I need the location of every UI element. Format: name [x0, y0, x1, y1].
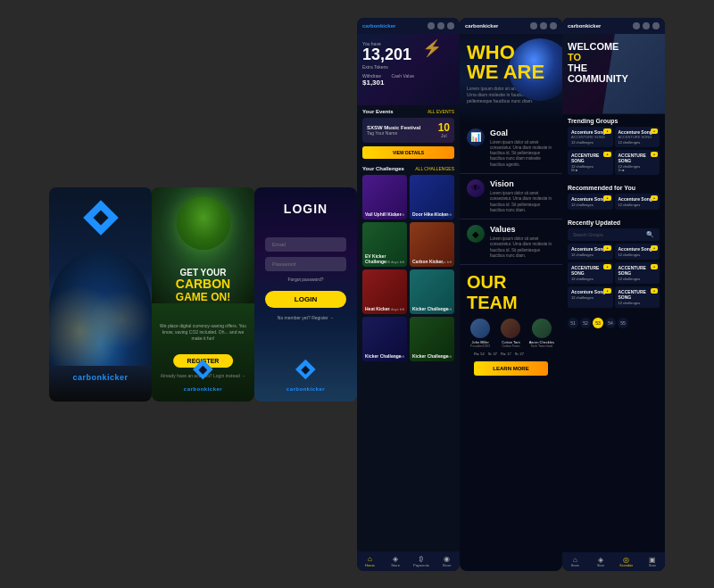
comm-brand-carbon: carbon: [568, 23, 585, 29]
all-challenges-link[interactable]: ALL CHALLENGES: [415, 166, 454, 171]
nav-scan[interactable]: ◉ Store: [434, 555, 460, 567]
updated-card-3[interactable]: ACCENTURE SONG 12 challenges +: [568, 262, 613, 284]
bnav-scan[interactable]: ▣ Scan: [639, 556, 665, 567]
login-form: Forgot password? LOGIN No member yet? Re…: [265, 237, 346, 320]
team-member-1: John Miller Founder/CEO: [467, 319, 494, 348]
events-title: Your Events: [362, 109, 394, 114]
vision-section: 👁 Vision Lorem ipsum dolor sit amet cons…: [460, 174, 562, 219]
challenge-card-3[interactable]: EV Kicker Challenge 26 days left: [362, 222, 407, 267]
page-51[interactable]: 51: [568, 318, 578, 328]
page-54[interactable]: 54: [605, 318, 616, 328]
goal-content: Goal Lorem ipsum dolor sit amet consecte…: [490, 128, 555, 168]
updated-groups-row-2: ACCENTURE SONG 12 challenges + ACCENTURE…: [568, 262, 660, 284]
search-icon[interactable]: [428, 22, 435, 29]
view-details-button[interactable]: VIEW DETAILS: [362, 146, 454, 159]
comm-brand: carbonkicker: [568, 23, 601, 29]
group-card-3[interactable]: ACCENTURE SONG 12 challenges 0h ■ +: [568, 150, 613, 175]
nav-store-label: Store: [383, 563, 409, 567]
challenge-card-7[interactable]: Kicker Challenge 36 days left: [362, 317, 407, 361]
group-card-1[interactable]: Accenture Song ACCENTURE SONG 12 challen…: [568, 127, 613, 147]
who-brand-kicker: kicker: [483, 23, 498, 29]
values-body: Lorem ipsum dolor sit amet consectetur. …: [490, 236, 555, 259]
password-field[interactable]: [265, 257, 346, 271]
rec-groups-row: Accenture Song 12 challenges + Accenture…: [568, 194, 660, 210]
challenge-card-2[interactable]: Door Hike Kicker 10 days left: [410, 175, 454, 219]
updated-card-6[interactable]: ACCENTURE SONG 12 challenges +: [615, 286, 660, 308]
login-title: LOGIN: [254, 202, 357, 216]
bnav-store-icon: ◈: [588, 556, 614, 564]
all-events-link[interactable]: ALL EVENTS: [428, 109, 454, 114]
recommended-title: Recommended for You: [568, 185, 660, 191]
challenge-card-5[interactable]: Heat Kicker 36 days left: [362, 269, 407, 314]
page-52[interactable]: 52: [580, 318, 591, 328]
updated-card-4[interactable]: ACCENTURE SONG 12 challenges +: [615, 262, 660, 284]
nav-scan-label: Store: [434, 563, 460, 567]
updated-groups-row-1: Accenture Song 12 challenges + Accenture…: [568, 244, 660, 260]
comm-menu-icon[interactable]: [652, 22, 660, 29]
login-button[interactable]: LOGIN: [265, 291, 346, 308]
app-brand-kicker: kicker: [380, 23, 395, 29]
logo-icon-sm-inner: [199, 365, 208, 374]
learn-more-button[interactable]: LEARN MORE: [474, 361, 548, 376]
team-member-2: Cotton Tant Cotton Team: [497, 319, 524, 348]
comm-search-icon[interactable]: [633, 22, 640, 29]
updated-card-2[interactable]: Accenture Song 12 challenges +: [615, 244, 660, 260]
group-badge-2: +: [651, 128, 658, 134]
vision-content: Vision Lorem ipsum dolor sit amet consec…: [490, 179, 555, 213]
brand-kicker-2: kicker: [204, 386, 222, 392]
challenge-days-4: 34 days left: [434, 260, 452, 264]
nav-payments[interactable]: ₿ Payments: [409, 555, 435, 567]
game-on-text: GAME ON!: [159, 291, 247, 303]
bnav-store[interactable]: ◈ Store: [588, 556, 614, 567]
challenge-card-8[interactable]: Kicker Challenge 36 days left: [410, 317, 454, 361]
brand-text-2: carbonkicker: [184, 386, 222, 392]
nav-home[interactable]: ⌂ Home: [357, 555, 383, 567]
brand-name: carbonkicker: [72, 368, 128, 384]
bnav-konnekte-label: Konnekte: [614, 564, 640, 567]
rec-card-2[interactable]: Accenture Song 12 challenges +: [615, 194, 660, 210]
page-55[interactable]: 55: [618, 318, 628, 328]
who-header-icons: [530, 22, 557, 29]
logo-area: [88, 205, 113, 234]
bell-icon[interactable]: [437, 22, 444, 29]
group-badge-3: +: [603, 152, 610, 157]
updated-card-1[interactable]: Accenture Song 12 challenges +: [568, 244, 613, 260]
challenge-card-6[interactable]: Kicker Challenge 36 days left: [410, 269, 454, 314]
bnav-home[interactable]: ⌂ Home: [562, 556, 588, 567]
email-field[interactable]: [265, 237, 346, 252]
brand-bottom: carbonkicker: [184, 362, 222, 394]
event-card[interactable]: SXSW Music Festival Tag Your Name 10 Jul: [362, 118, 454, 143]
logo-icon-sm: [193, 359, 213, 379]
challenge-card-4[interactable]: Carbon Kicker 34 days left: [410, 222, 454, 267]
challenge-card-1[interactable]: Vail Uphill Kicker 6 days left: [362, 175, 407, 219]
group-card-2[interactable]: Accenture Song ACCENTURE SONG 12 challen…: [615, 127, 660, 147]
logo-icon-sm-3: [295, 359, 316, 379]
no-member-text[interactable]: No member yet? Register →: [265, 315, 346, 320]
page-53-active[interactable]: 53: [593, 318, 603, 328]
who-menu-icon[interactable]: [550, 22, 557, 29]
bnav-konnekte[interactable]: ◎ Konnekte: [614, 556, 640, 567]
challenges-section-header: Your Challenges ALL CHALLENGES: [357, 162, 460, 175]
comm-bell-icon[interactable]: [643, 22, 650, 29]
team-role-3: Tech Team lead: [528, 344, 555, 348]
bnav-scan-icon: ▣: [639, 556, 665, 564]
tree-circle: [177, 196, 230, 250]
screen-main-app: carbonkicker ⚡ You have 13,201 Extra Tok…: [357, 18, 460, 571]
chart-icon: 📊: [467, 128, 485, 146]
updated-card-5[interactable]: Accenture Song 12 challenges +: [568, 286, 613, 308]
comm-header: carbonkicker: [562, 18, 665, 34]
trending-groups-row-2: ACCENTURE SONG 12 challenges 0h ■ + ACCE…: [568, 150, 660, 175]
group-card-4[interactable]: ACCENTURE SONG 12 challenges 1h ■ +: [615, 150, 660, 175]
group-sub-1: ACCENTURE SONG: [571, 135, 610, 139]
search-bar[interactable]: Search Groups 🔍: [568, 228, 660, 241]
nav-store[interactable]: ◈ Store: [383, 555, 409, 567]
who-bell-icon[interactable]: [540, 22, 547, 29]
forgot-link[interactable]: Forgot password?: [265, 277, 346, 282]
who-search-icon[interactable]: [530, 22, 537, 29]
updated-badge-6: +: [651, 288, 658, 294]
team-avatar-3: [532, 319, 552, 338]
withdraw-amount: $1,301: [362, 79, 384, 87]
rec-card-1[interactable]: Accenture Song 12 challenges +: [568, 194, 613, 210]
menu-icon[interactable]: [447, 22, 454, 29]
withdraw-label[interactable]: Withdraw: [362, 73, 384, 79]
